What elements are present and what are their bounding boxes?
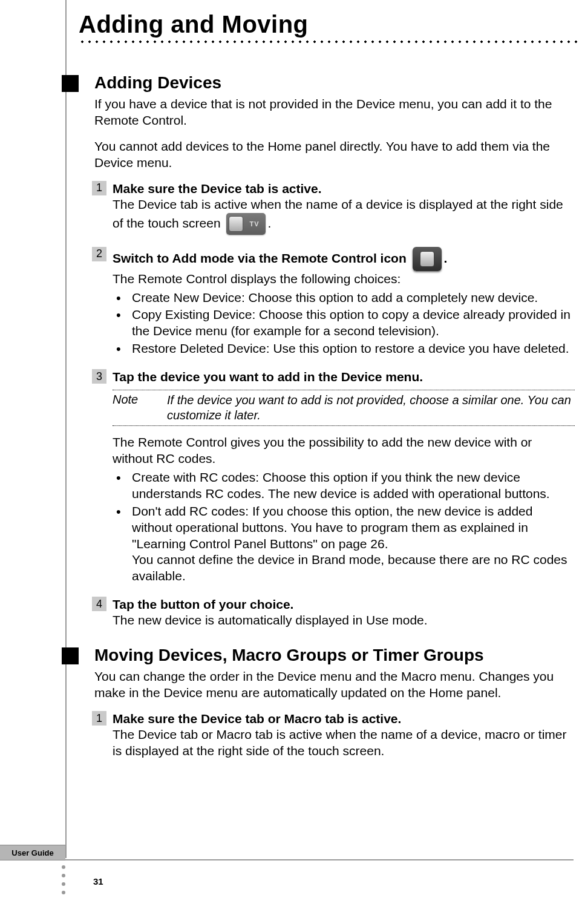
step-title: Tap the device you want to add in the De… (113, 369, 575, 385)
adding-step-4: 4 Tap the button of your choice. The new… (94, 597, 575, 629)
moving-step-1: 1 Make sure the Device tab or Macro tab … (94, 711, 575, 759)
list-item: Create New Device: Choose this option to… (129, 290, 575, 306)
step-body: The new device is automatically displaye… (113, 612, 575, 629)
step-title: Switch to Add mode via the Remote Contro… (113, 247, 575, 271)
step-number: 3 (92, 369, 106, 384)
note-text: If the device you want to add is not pro… (167, 393, 575, 423)
step-body-pre: The Device tab is active when the name o… (113, 197, 563, 229)
user-guide-tab: User Guide (0, 845, 65, 860)
list-item: Don't add RC codes: If you choose this o… (129, 503, 575, 585)
note-label: Note (113, 393, 149, 423)
remote-control-icon (413, 247, 442, 271)
chapter-title: Adding and Moving (79, 11, 575, 38)
adding-intro-1: If you have a device that is not provide… (94, 96, 575, 129)
step-number: 2 (92, 247, 106, 261)
left-rule (65, 0, 67, 858)
note-box: Note If the device you want to add is no… (113, 390, 575, 426)
section-adding-devices: Adding Devices If you have a device that… (79, 73, 575, 629)
footer-dots (62, 865, 65, 894)
step-number: 1 (92, 711, 106, 726)
list-item: Create with RC codes: Choose this option… (129, 470, 575, 502)
step-title-post: . (444, 251, 448, 264)
step-body-post: . (268, 215, 272, 229)
adding-step-3: 3 Tap the device you want to add in the … (94, 369, 575, 585)
step-body: The Remote Control gives you the possibi… (113, 434, 575, 467)
step-number: 1 (92, 181, 106, 195)
step-title: Make sure the Device tab is active. (113, 181, 575, 197)
step-title: Make sure the Device tab or Macro tab is… (113, 711, 575, 727)
section-bullet-icon (62, 75, 79, 92)
moving-intro: You can change the order in the Device m… (94, 669, 575, 701)
step-number: 4 (92, 597, 106, 611)
adding-intro-2: You cannot add devices to the Home panel… (94, 139, 575, 171)
step-body: The Device tab or Macro tab is active wh… (113, 727, 575, 759)
adding-step-1: 1 Make sure the Device tab is active. Th… (94, 181, 575, 235)
section-moving-devices: Moving Devices, Macro Groups or Timer Gr… (79, 646, 575, 759)
step-3-bullets: Create with RC codes: Choose this option… (113, 470, 575, 585)
dotted-rule (79, 41, 581, 43)
list-item: Copy Existing Device: Choose this option… (129, 307, 575, 339)
step-title: Tap the button of your choice. (113, 597, 575, 612)
section-bullet-icon (62, 647, 79, 664)
tv-icon-label: TV (247, 220, 261, 228)
adding-step-2: 2 Switch to Add mode via the Remote Cont… (94, 247, 575, 357)
list-item: Restore Deleted Device: Use this option … (129, 341, 575, 357)
page-number: 31 (93, 876, 103, 886)
step-2-bullets: Create New Device: Choose this option to… (113, 290, 575, 358)
section-title-adding: Adding Devices (94, 73, 575, 93)
step-body: The Device tab is active when the name o… (113, 197, 575, 235)
bottom-rule (65, 859, 574, 860)
device-tv-icon: TV (226, 213, 265, 235)
page-content: Adding and Moving Adding Devices If you … (79, 11, 575, 776)
step-title-pre: Switch to Add mode via the Remote Contro… (113, 251, 410, 264)
section-title-moving: Moving Devices, Macro Groups or Timer Gr… (94, 646, 575, 665)
step-body: The Remote Control displays the followin… (113, 271, 575, 287)
